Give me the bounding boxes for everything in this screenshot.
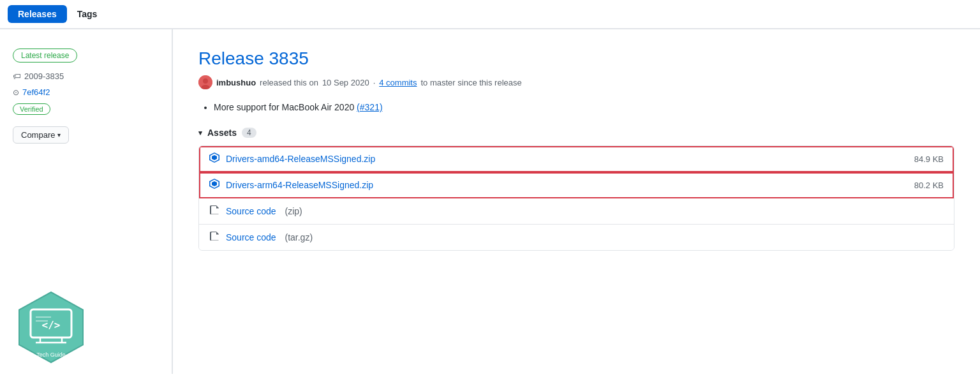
- asset-size: 80.2 KB: [914, 181, 944, 190]
- sidebar-commit: ⊙ 7ef64f2: [13, 87, 50, 97]
- sidebar: Latest release 🏷 2009-3835 ⊙ 7ef64f2 Ver…: [0, 29, 172, 374]
- asset-left: Source code (zip): [209, 205, 302, 218]
- asset-row: Source code (zip): [199, 198, 954, 225]
- verified-badge: Verified: [13, 103, 50, 115]
- svg-point-10: [203, 78, 208, 84]
- commit-hash[interactable]: 7ef64f2: [22, 87, 50, 97]
- assets-header[interactable]: ▾ Assets 4: [198, 128, 954, 138]
- released-text: released this on: [260, 78, 318, 87]
- note-text: More support for MacBook Air 2020: [214, 102, 357, 112]
- releases-tab[interactable]: Releases: [8, 5, 67, 23]
- tag-name: 2009-3835: [24, 71, 64, 81]
- asset-row: Drivers-amd64-ReleaseMSSigned.zip 84.9 K…: [199, 146, 954, 172]
- issue-link[interactable]: (#321): [357, 102, 382, 112]
- release-meta: imbushuo released this on 10 Sep 2020 · …: [198, 75, 954, 89]
- compare-label: Compare: [21, 130, 55, 140]
- asset-left: Source code (tar.gz): [209, 231, 313, 244]
- chevron-down-icon: ▾: [57, 131, 61, 138]
- package-icon: [209, 152, 219, 165]
- tag-icon: 🏷: [13, 71, 21, 81]
- compare-button[interactable]: Compare ▾: [13, 126, 69, 144]
- assets-list: Drivers-amd64-ReleaseMSSigned.zip 84.9 K…: [198, 145, 954, 251]
- commits-suffix: to master since this release: [420, 78, 521, 87]
- release-notes: More support for MacBook Air 2020 (#321): [198, 102, 954, 112]
- dot-separator: ·: [373, 78, 376, 87]
- release-note-item: More support for MacBook Air 2020 (#321): [214, 102, 954, 112]
- assets-count: 4: [242, 128, 256, 138]
- source-icon: [209, 231, 219, 244]
- source-suffix: (zip): [283, 206, 302, 216]
- asset-link[interactable]: Source code: [226, 206, 276, 216]
- watermark: </> Tech Guide: [13, 289, 89, 367]
- release-date: 10 Sep 2020: [322, 78, 369, 87]
- asset-link[interactable]: Drivers-amd64-ReleaseMSSigned.zip: [226, 154, 375, 164]
- package-icon: [209, 179, 219, 191]
- watermark-svg: </> Tech Guide: [13, 289, 89, 366]
- content: Release 3835 imbushuo released this on 1…: [173, 29, 980, 374]
- assets-label: Assets: [207, 128, 237, 138]
- asset-row: Source code (tar.gz): [199, 225, 954, 250]
- asset-link[interactable]: Source code: [226, 232, 276, 242]
- release-title: Release 3835: [198, 48, 954, 69]
- sidebar-tag: 🏷 2009-3835: [13, 71, 64, 81]
- asset-left: Drivers-amd64-ReleaseMSSigned.zip: [209, 152, 375, 165]
- commit-icon: ⊙: [13, 88, 19, 97]
- source-suffix: (tar.gz): [283, 232, 313, 242]
- commits-link[interactable]: 4 commits: [379, 78, 417, 87]
- avatar: [198, 75, 212, 89]
- tags-tab[interactable]: Tags: [67, 5, 108, 23]
- latest-release-badge: Latest release: [13, 48, 77, 63]
- tab-bar: Releases Tags: [0, 0, 980, 29]
- source-icon: [209, 205, 219, 218]
- asset-row: Drivers-arm64-ReleaseMSSigned.zip 80.2 K…: [199, 172, 954, 198]
- chevron-down-icon: ▾: [198, 129, 202, 137]
- asset-left: Drivers-arm64-ReleaseMSSigned.zip: [209, 179, 373, 191]
- svg-text:Tech Guide: Tech Guide: [36, 352, 66, 358]
- assets-section: ▾ Assets 4 Drivers-amd64-ReleaseMSSigned…: [198, 128, 954, 251]
- main-layout: Latest release 🏷 2009-3835 ⊙ 7ef64f2 Ver…: [0, 29, 980, 374]
- release-author[interactable]: imbushuo: [216, 78, 256, 87]
- asset-size: 84.9 KB: [914, 154, 944, 164]
- asset-link[interactable]: Drivers-arm64-ReleaseMSSigned.zip: [226, 180, 373, 190]
